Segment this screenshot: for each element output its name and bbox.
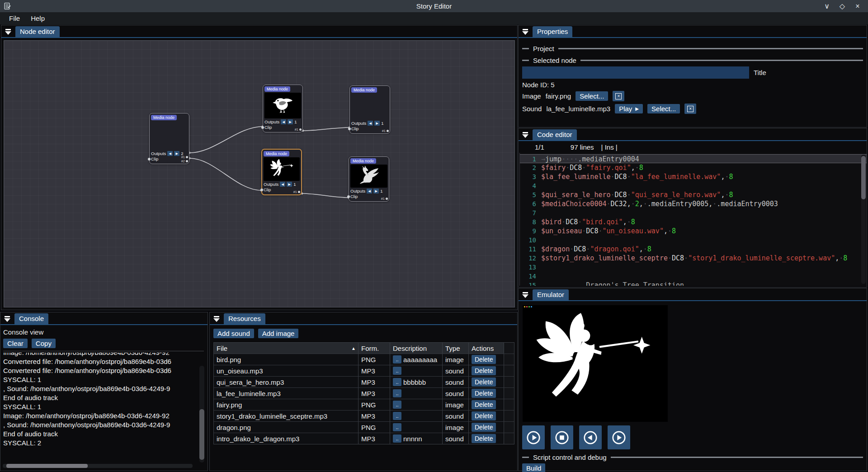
table-row[interactable]: qui_sera_le_hero.mp3MP3..bbbbbbsoundDele… — [214, 376, 514, 387]
table-row[interactable]: intro_drako_le_dragon.mp3MP3..nnnnnsound… — [214, 433, 514, 444]
description-edit-button[interactable]: .. — [393, 355, 401, 363]
column-header-file[interactable]: File▲ — [214, 343, 359, 354]
collapse-icon[interactable] — [522, 292, 528, 298]
tab-node-editor[interactable]: Node editor — [15, 26, 60, 37]
output-pin[interactable]: #1 — [381, 197, 388, 201]
code-area[interactable]: 1→jump····.mediaEntry00042$fairy·DC8·"fa… — [519, 153, 867, 286]
code-line[interactable]: 11$dragon·DC8·"dragon.qoi",·8 — [520, 245, 867, 254]
delete-button[interactable]: Delete — [472, 411, 496, 420]
title-input[interactable] — [522, 66, 749, 79]
description-edit-button[interactable]: .. — [393, 434, 401, 443]
column-header-actions[interactable]: Actions — [469, 343, 504, 354]
collapse-icon[interactable] — [4, 316, 10, 322]
delete-button[interactable]: Delete — [472, 378, 496, 387]
stop-button[interactable] — [551, 425, 573, 449]
outputs-decrement-button[interactable]: ◀ — [367, 189, 372, 194]
table-row[interactable]: un_oiseau.mp3MP3..soundDelete — [214, 365, 514, 376]
delete-button[interactable]: Delete — [472, 434, 496, 443]
outputs-decrement-button[interactable]: ◀ — [280, 182, 285, 187]
tab-code-editor[interactable]: Code editor — [533, 129, 577, 140]
column-header-type[interactable]: Type — [443, 343, 469, 354]
table-scroll-gutter[interactable] — [504, 377, 514, 387]
table-scroll-gutter[interactable] — [504, 388, 514, 399]
table-scroll-gutter[interactable] — [504, 433, 514, 444]
collapse-icon[interactable] — [522, 132, 528, 138]
media-node[interactable]: Media nodeOutputs◀▶2Clip#1#2 — [149, 113, 189, 164]
description-edit-button[interactable]: .. — [393, 412, 401, 420]
code-line[interactable]: 9$un_oiseau·DC8·"un_oiseau.wav",·8 — [520, 227, 867, 236]
table-scroll-gutter[interactable] — [504, 343, 514, 354]
code-line[interactable]: 7 — [520, 208, 867, 217]
copy-button[interactable]: Copy — [32, 339, 56, 348]
code-line[interactable]: 8$bird·DC8·"bird.qoi",·8 — [520, 217, 867, 227]
code-line[interactable]: 3$la_fee_luminelle·DC8·"la_fee_luminelle… — [520, 172, 867, 181]
media-node[interactable]: Media nodeOutputs◀▶1Clip#1 — [261, 149, 302, 195]
play-button[interactable] — [522, 425, 545, 449]
table-row[interactable]: story1_drako_luminelle_sceptre.mp3MP3..s… — [214, 410, 514, 421]
tab-emulator[interactable]: Emulator — [533, 289, 569, 300]
outputs-decrement-button[interactable]: ◀ — [368, 121, 373, 126]
output-pin[interactable]: #1 — [181, 155, 188, 159]
code-line[interactable]: 5$qui_sera_le_hero·DC8·"qui_sera_le_hero… — [520, 190, 867, 199]
menu-item-file[interactable]: File — [4, 13, 25, 24]
outputs-increment-button[interactable]: ▶ — [174, 151, 179, 156]
table-scroll-gutter[interactable] — [504, 411, 514, 421]
code-line[interactable]: 1→jump····.mediaEntry0004 — [520, 154, 867, 163]
description-edit-button[interactable]: .. — [393, 389, 401, 397]
clear-button[interactable]: Clear — [3, 339, 28, 348]
outputs-decrement-button[interactable]: ◀ — [167, 151, 173, 156]
table-scroll-gutter[interactable] — [504, 422, 514, 433]
console-vscrollbar[interactable] — [199, 366, 204, 463]
maximize-button[interactable]: ◇ — [838, 0, 846, 12]
output-pin[interactable]: #2 — [181, 159, 188, 163]
outputs-increment-button[interactable]: ▶ — [288, 119, 293, 124]
back-button[interactable] — [579, 425, 602, 449]
code-line[interactable]: 10 — [520, 236, 867, 245]
media-node[interactable]: Media nodeOutputs◀▶1Clip#1 — [349, 85, 390, 134]
code-scrollbar-thumb[interactable] — [861, 156, 866, 199]
outputs-increment-button[interactable]: ▶ — [287, 182, 292, 187]
tab-console[interactable]: Console — [14, 313, 48, 324]
table-scroll-gutter[interactable] — [504, 399, 514, 410]
sound-select-button[interactable]: Select... — [647, 104, 680, 113]
code-line[interactable]: 14 — [520, 272, 867, 281]
code-line[interactable]: 13 — [520, 263, 867, 272]
table-row[interactable]: bird.pngPNG..aaaaaaaaaimageDelete — [214, 354, 514, 365]
description-edit-button[interactable]: .. — [393, 401, 401, 409]
output-pin[interactable]: #1 — [295, 127, 302, 132]
description-edit-button[interactable]: .. — [393, 378, 401, 386]
code-line[interactable]: 15 Dragon's Tree Transition — [520, 281, 867, 286]
description-edit-button[interactable]: .. — [393, 423, 401, 431]
console-vscroll-thumb[interactable] — [199, 409, 204, 460]
node-canvas[interactable]: Media nodeOutputs◀▶2Clip#1#2Media nodeOu… — [4, 40, 515, 307]
collapse-icon[interactable] — [213, 316, 220, 322]
minimize-button[interactable]: ∨ — [823, 0, 831, 12]
console-hscroll-thumb[interactable] — [6, 464, 88, 468]
table-row[interactable]: fairy.pngPNG..imageDelete — [214, 399, 514, 410]
table-row[interactable]: la_fee_luminelle.mp3MP3..soundDelete — [214, 387, 514, 399]
code-line[interactable]: 2$fairy·DC8·"fairy.qoi",·8 — [520, 163, 867, 172]
media-node[interactable]: Media nodeOutputs◀▶1Clip#1 — [263, 85, 303, 132]
console-hscrollbar[interactable] — [3, 464, 193, 468]
output-pin[interactable]: #1 — [382, 129, 389, 133]
menu-item-help[interactable]: Help — [25, 13, 50, 24]
output-pin[interactable]: #1 — [293, 190, 300, 194]
outputs-increment-button[interactable]: ▶ — [373, 189, 379, 194]
forward-button[interactable] — [608, 425, 630, 449]
image-clear-button[interactable]: × — [613, 91, 624, 101]
delete-button[interactable]: Delete — [472, 389, 496, 398]
collapse-icon[interactable] — [522, 29, 528, 35]
table-scroll-gutter[interactable] — [504, 365, 514, 376]
close-button[interactable]: × — [854, 0, 862, 12]
tab-resources[interactable]: Resources — [224, 313, 265, 324]
build-button[interactable]: Build — [522, 463, 545, 472]
sound-clear-button[interactable]: × — [684, 104, 696, 114]
code-line[interactable]: 4 — [520, 181, 867, 190]
media-node[interactable]: Media nodeOutputs◀▶1Clip#1 — [349, 156, 389, 202]
description-edit-button[interactable]: .. — [393, 367, 401, 375]
code-line[interactable]: 6$mediaChoice0004·DC32,·2,·.mediaEntry00… — [520, 199, 867, 208]
sound-play-button[interactable]: Play▶ — [615, 104, 643, 113]
outputs-decrement-button[interactable]: ◀ — [281, 119, 286, 124]
delete-button[interactable]: Delete — [472, 423, 496, 432]
table-scroll-gutter[interactable] — [504, 354, 514, 365]
